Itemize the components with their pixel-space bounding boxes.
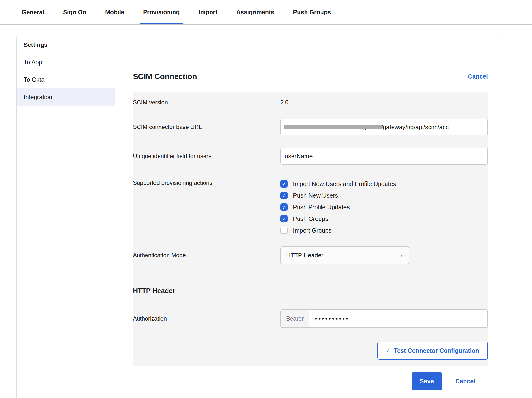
sidebar-title: Settings	[17, 36, 115, 53]
cancel-link-top[interactable]: Cancel	[468, 73, 488, 80]
scim-version-row: SCIM version 2.0	[133, 99, 488, 106]
authentication-mode-select[interactable]: HTTP Header ▼	[280, 246, 409, 264]
authorization-input[interactable]: Bearer ●●●●●●●●●●	[280, 309, 488, 328]
tab-push-groups[interactable]: Push Groups	[293, 0, 331, 24]
app-tab-bar: General Sign On Mobile Provisioning Impo…	[0, 0, 532, 25]
authentication-mode-row: Authentication Mode HTTP Header ▼	[133, 246, 488, 264]
base-url-input[interactable]: https://h5hd-195-19-67-148.ngrok.io/gate…	[280, 119, 488, 135]
authorization-token-masked[interactable]: ●●●●●●●●●●	[309, 310, 349, 327]
scim-version-value: 2.0	[280, 99, 488, 106]
checkbox-row-import-groups[interactable]: ✓ Import Groups	[280, 225, 488, 236]
sidebar-item-integration[interactable]: Integration	[17, 88, 115, 106]
checkbox-label: Push Groups	[293, 215, 328, 222]
test-connector-label: Test Connector Configuration	[394, 347, 479, 354]
checkbox-row-push-new-users[interactable]: ✓ Push New Users	[280, 190, 488, 201]
authorization-label: Authorization	[133, 315, 280, 322]
checkbox-row-push-groups[interactable]: ✓ Push Groups	[280, 213, 488, 225]
sidebar-item-to-app[interactable]: To App	[17, 53, 115, 71]
test-connector-configuration-button[interactable]: ✓ Test Connector Configuration	[377, 342, 488, 360]
redaction-bar	[284, 125, 383, 129]
authorization-row: Authorization Bearer ●●●●●●●●●●	[133, 309, 488, 328]
base-url-label: SCIM connector base URL	[133, 124, 280, 130]
provisioning-actions-label: Supported provisioning actions	[133, 178, 280, 186]
unique-identifier-input[interactable]: userName	[280, 148, 488, 165]
authentication-mode-label: Authentication Mode	[133, 252, 280, 259]
provisioning-actions-row: Supported provisioning actions ✓ Import …	[133, 178, 488, 236]
sidebar-item-label: To Okta	[24, 76, 44, 83]
checkbox-row-import-new-users[interactable]: ✓ Import New Users and Profile Updates	[280, 178, 488, 190]
tab-import[interactable]: Import	[199, 0, 218, 24]
checkbox-row-push-profile-updates[interactable]: ✓ Push Profile Updates	[280, 201, 488, 213]
scim-connection-header: SCIM Connection Cancel	[133, 71, 488, 82]
checkbox-label: Push Profile Updates	[293, 204, 350, 211]
redacted-url-segment: https://h5hd-195-19-67-148.ngrok.io	[285, 124, 381, 131]
checkbox-label: Import Groups	[293, 227, 332, 234]
unique-identifier-row: Unique identifier field for users userNa…	[133, 148, 488, 165]
unique-identifier-label: Unique identifier field for users	[133, 153, 280, 159]
checkbox-label: Push New Users	[293, 192, 338, 199]
sidebar-item-label: Integration	[24, 94, 52, 101]
tab-label: Sign On	[63, 9, 86, 16]
save-button[interactable]: Save	[412, 372, 442, 390]
checkbox-push-new-users[interactable]: ✓	[280, 192, 288, 199]
page-title: SCIM Connection	[133, 72, 197, 81]
scim-version-label: SCIM version	[133, 99, 280, 106]
check-icon: ✓	[282, 181, 286, 187]
content-panel: Settings To App To Okta Integration SCIM…	[16, 36, 499, 398]
checkbox-import-groups[interactable]: ✓	[280, 227, 288, 234]
checkbox-push-groups[interactable]: ✓	[280, 215, 288, 222]
chevron-down-icon: ▼	[400, 253, 403, 257]
scim-connection-form: SCIM version 2.0 SCIM connector base URL…	[133, 92, 488, 366]
tab-label: Push Groups	[293, 9, 331, 16]
provisioning-actions-list: ✓ Import New Users and Profile Updates ✓…	[280, 178, 488, 236]
tab-sign-on[interactable]: Sign On	[63, 0, 86, 24]
checkbox-label: Import New Users and Profile Updates	[293, 180, 396, 188]
check-icon: ✓	[282, 205, 286, 210]
tab-label: Mobile	[105, 9, 124, 16]
check-icon: ✓	[282, 193, 286, 198]
tab-label: General	[22, 9, 44, 16]
tab-mobile[interactable]: Mobile	[105, 0, 124, 24]
selected-option-label: HTTP Header	[286, 252, 323, 259]
tab-general[interactable]: General	[22, 0, 44, 24]
main-content: SCIM Connection Cancel SCIM version 2.0 …	[115, 36, 499, 398]
check-icon: ✓	[386, 348, 390, 353]
visible-url-segment: /gateway/ng/api/scim/acc	[381, 124, 449, 131]
section-divider	[133, 275, 488, 275]
tab-assignments[interactable]: Assignments	[236, 0, 274, 24]
sidebar-item-label: To App	[24, 59, 42, 66]
sidebar-item-to-okta[interactable]: To Okta	[17, 71, 115, 88]
tab-provisioning[interactable]: Provisioning	[143, 0, 180, 24]
checkbox-push-profile-updates[interactable]: ✓	[280, 203, 288, 211]
http-header-section-title: HTTP Header	[133, 287, 488, 295]
cancel-link-bottom[interactable]: Cancel	[455, 378, 475, 385]
tab-label: Provisioning	[143, 9, 180, 16]
settings-sidebar: Settings To App To Okta Integration	[17, 36, 115, 398]
check-icon: ✓	[282, 216, 286, 221]
test-connector-row: ✓ Test Connector Configuration	[133, 342, 488, 360]
tab-label: Import	[199, 9, 218, 16]
checkbox-import-new-users[interactable]: ✓	[280, 180, 288, 188]
bearer-prefix: Bearer	[281, 310, 309, 327]
form-footer: Save Cancel	[133, 372, 488, 390]
tab-label: Assignments	[236, 9, 274, 16]
base-url-row: SCIM connector base URL https://h5hd-195…	[133, 119, 488, 135]
